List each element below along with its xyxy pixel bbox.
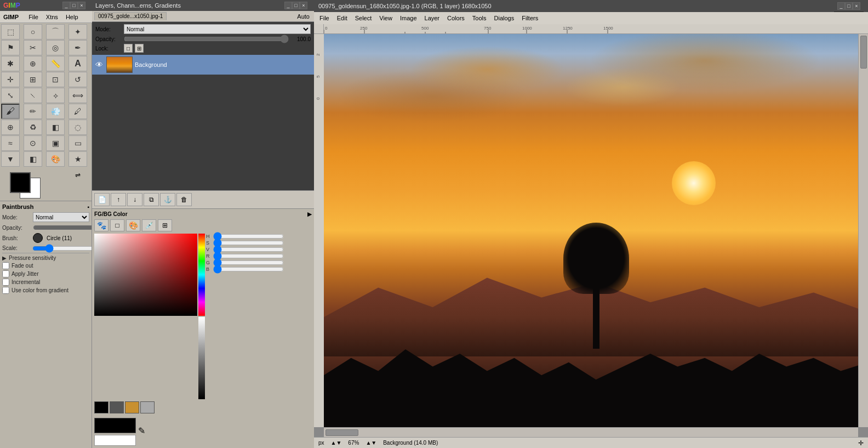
canvas-minimize-btn[interactable]: _ [837,2,845,10]
minimize-btn[interactable]: _ [62,2,70,9]
layers-maximize-btn[interactable]: □ [292,2,300,9]
apply-jitter-checkbox[interactable] [2,270,9,277]
ellipse-select-tool[interactable]: ○ [24,24,42,39]
pressure-sensitivity-row[interactable]: ▶ Pressure sensitivity [2,255,89,261]
help-menu-item[interactable]: Help [62,13,82,21]
image-viewport[interactable] [324,34,868,427]
perspective-tool[interactable]: ⟡ [46,88,65,103]
align-tool[interactable]: ⊞ [24,72,42,87]
color-hue-tool[interactable]: 🎨 [46,151,65,167]
canvas-file-menu[interactable]: File [316,14,333,22]
incremental-checkbox[interactable] [2,279,9,286]
extra-tool[interactable]: ★ [68,151,87,167]
color-tool-sample[interactable]: 💉 [142,219,156,231]
pick-color-btn[interactable]: ✎ [138,426,145,436]
horizontal-scrollbar[interactable] [324,427,858,437]
color-panel-collapse-btn[interactable]: ▶ [307,211,312,217]
clone-tool[interactable]: ⊕ [1,120,20,135]
layers-window-controls[interactable]: _ □ × [281,0,311,12]
layers-close-btn[interactable]: × [300,2,307,9]
use-color-gradient-checkbox[interactable] [2,287,9,294]
raise-layer-btn[interactable]: ↑ [111,193,126,206]
rect-select-tool[interactable]: ⬚ [1,24,20,39]
delete-layer-btn[interactable]: 🗑 [176,193,192,206]
brush-preview[interactable] [33,233,43,243]
opacity-slider[interactable] [33,224,92,231]
canvas-dialogs-menu[interactable]: Dialogs [491,14,518,22]
canvas-colors-menu[interactable]: Colors [444,14,468,22]
maximize-btn[interactable]: □ [70,2,78,9]
status-unit-toggle[interactable]: ▲▼ [331,440,342,446]
airbrush-tool[interactable]: 💨 [46,104,65,119]
layer-item-background[interactable]: 👁 Background [92,55,314,75]
status-zoom-toggle[interactable]: ▲▼ [366,440,376,446]
close-btn[interactable]: × [78,2,85,9]
b-slider[interactable] [213,266,284,272]
duplicate-layer-btn[interactable]: ⧉ [144,193,159,206]
swatch-black[interactable] [94,401,108,413]
hue-strip[interactable] [198,234,205,316]
new-layer-btn[interactable]: 📄 [94,193,110,206]
blend-tool[interactable]: ◧ [24,151,42,167]
layers-minimize-btn[interactable]: _ [284,2,292,9]
foreground-color-swatch[interactable] [10,172,31,193]
vertical-scrollbar-thumb[interactable] [860,36,867,69]
anchor-layer-btn[interactable]: ⚓ [160,193,175,206]
swatch-darkgray[interactable] [110,401,124,413]
fuzzy-select-tool[interactable]: ✦ [68,24,87,39]
paintbrush-tool[interactable]: 🖌 [1,104,20,119]
canvas-layer-menu[interactable]: Layer [421,14,443,22]
scale-tool[interactable]: ⤡ [1,88,20,103]
layers-mode-select[interactable]: Normal [124,24,311,34]
canvas-edit-menu[interactable]: Edit [334,14,351,22]
color-picker-gradient[interactable] [94,234,197,316]
color-tool-foreground[interactable]: 🐾 [94,219,108,231]
perspective-clone-tool2[interactable]: ◧ [46,120,65,135]
measure-tool[interactable]: 📏 [46,56,65,71]
gimp-window-controls[interactable]: _ □ × [59,0,89,12]
scissors-select-tool[interactable]: ✂ [24,40,42,55]
color-tool-background[interactable]: □ [110,219,124,231]
canvas-window-controls[interactable]: _ □ × [834,0,864,12]
eraser-tool[interactable]: ▭ [68,135,87,151]
heal-tool[interactable]: ♻ [24,120,42,135]
foreground-select-tool2[interactable]: ◎ [46,40,65,55]
mode-select[interactable]: Normal [33,212,89,222]
smudge-tool[interactable]: ≈ [1,135,20,151]
layers-tab[interactable]: 00975_golde...x1050.jpg-1 [94,12,167,20]
color-tool-wheel[interactable]: 🎨 [126,219,140,231]
canvas-maximize-btn[interactable]: □ [845,2,853,10]
crop-tool[interactable]: ⊡ [46,72,65,87]
text-tool[interactable]: A [68,56,87,71]
free-select-tool[interactable]: ⌒ [46,24,65,39]
canvas-tools-menu[interactable]: Tools [469,14,490,22]
xtns-menu-item[interactable]: Xtns [43,13,61,21]
canvas-close-btn[interactable]: × [853,2,860,10]
scale-slider[interactable] [32,246,92,251]
blur-sharpen-tool[interactable]: ◌ [68,120,87,135]
canvas-view-menu[interactable]: View [376,14,396,22]
zoom-tool[interactable]: ⊕ [24,56,42,71]
shear-tool[interactable]: ⟍ [24,88,42,103]
canvas-image-menu[interactable]: Image [397,14,420,22]
swap-colors-btn[interactable]: ⇌ [75,171,81,179]
lower-layer-btn[interactable]: ↓ [127,193,142,206]
auto-button[interactable]: Auto [295,13,312,20]
canvas-select-menu[interactable]: Select [352,14,375,22]
dodge-burn-tool[interactable]: ⊙ [24,135,42,151]
options-collapse-btn[interactable]: ▪ [87,204,89,210]
layers-opacity-slider[interactable] [124,36,289,42]
hex-color-input[interactable]: 000000 [94,435,136,446]
swatch-lightgray[interactable] [140,401,155,413]
color-tool-palette[interactable]: ⊞ [158,219,172,231]
fg-color-display[interactable] [94,418,136,433]
paths-tool[interactable]: ✒ [68,40,87,55]
flip-tool[interactable]: ⟺ [68,88,87,103]
file-menu-item[interactable]: File [25,13,42,21]
horizontal-scrollbar-thumb[interactable] [326,429,358,436]
swatch-amber[interactable] [125,401,139,413]
canvas-filters-menu[interactable]: Filters [518,14,541,22]
ink-tool[interactable]: 🖊 [68,104,87,119]
move-tool[interactable]: ✛ [1,72,20,87]
select-by-color-tool[interactable]: ⚑ [1,40,20,55]
